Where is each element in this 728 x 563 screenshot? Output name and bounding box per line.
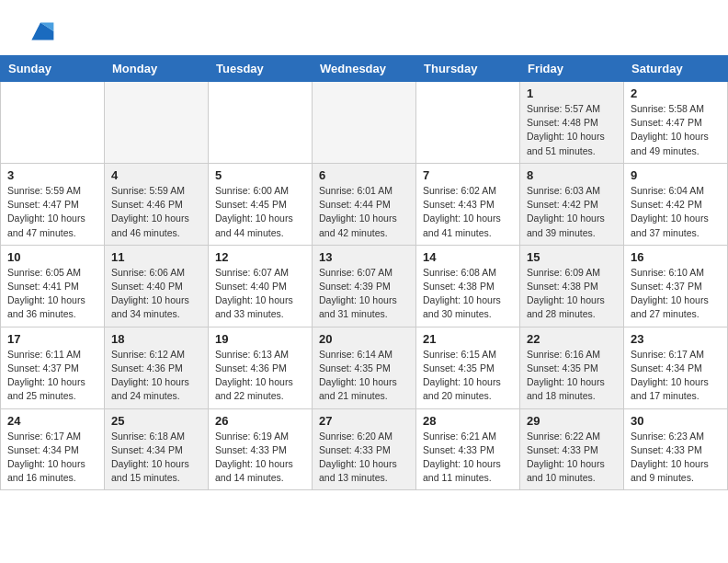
- day-info: Sunrise: 5:57 AM Sunset: 4:48 PM Dayligh…: [527, 102, 617, 158]
- day-number: 14: [423, 250, 513, 264]
- day-number: 5: [215, 168, 305, 182]
- day-number: 30: [631, 414, 721, 428]
- calendar-cell: 10Sunrise: 6:05 AM Sunset: 4:41 PM Dayli…: [1, 245, 105, 327]
- calendar-cell: 19Sunrise: 6:13 AM Sunset: 4:36 PM Dayli…: [209, 327, 313, 408]
- week-row-3: 10Sunrise: 6:05 AM Sunset: 4:41 PM Dayli…: [1, 245, 728, 327]
- day-info: Sunrise: 6:00 AM Sunset: 4:45 PM Dayligh…: [215, 184, 305, 240]
- calendar-cell: 24Sunrise: 6:17 AM Sunset: 4:34 PM Dayli…: [1, 408, 105, 490]
- day-info: Sunrise: 5:58 AM Sunset: 4:47 PM Dayligh…: [631, 102, 721, 158]
- calendar-cell: 12Sunrise: 6:07 AM Sunset: 4:40 PM Dayli…: [209, 245, 313, 327]
- day-number: 3: [7, 168, 97, 182]
- day-number: 19: [215, 332, 305, 346]
- calendar-cell: 20Sunrise: 6:14 AM Sunset: 4:35 PM Dayli…: [313, 327, 416, 408]
- calendar-cell: [416, 82, 520, 164]
- day-number: 20: [319, 332, 409, 346]
- day-info: Sunrise: 6:08 AM Sunset: 4:38 PM Dayligh…: [423, 266, 513, 322]
- day-number: 7: [423, 168, 513, 182]
- day-number: 2: [631, 86, 721, 100]
- week-row-1: 1Sunrise: 5:57 AM Sunset: 4:48 PM Daylig…: [1, 82, 728, 164]
- day-number: 6: [319, 168, 409, 182]
- header: [0, 0, 728, 55]
- day-number: 8: [527, 168, 617, 182]
- day-info: Sunrise: 6:05 AM Sunset: 4:41 PM Dayligh…: [7, 266, 97, 322]
- day-number: 27: [319, 414, 409, 428]
- calendar-cell: 15Sunrise: 6:09 AM Sunset: 4:38 PM Dayli…: [520, 245, 624, 327]
- calendar-cell: 30Sunrise: 6:23 AM Sunset: 4:33 PM Dayli…: [624, 408, 728, 490]
- day-info: Sunrise: 5:59 AM Sunset: 4:47 PM Dayligh…: [7, 184, 97, 240]
- weekday-header-saturday: Saturday: [624, 56, 728, 82]
- calendar-cell: 4Sunrise: 5:59 AM Sunset: 4:46 PM Daylig…: [105, 163, 209, 245]
- day-info: Sunrise: 6:15 AM Sunset: 4:35 PM Dayligh…: [423, 348, 513, 404]
- calendar-cell: 16Sunrise: 6:10 AM Sunset: 4:37 PM Dayli…: [624, 245, 728, 327]
- day-number: 12: [215, 250, 305, 264]
- weekday-header-tuesday: Tuesday: [209, 56, 313, 82]
- calendar-cell: 22Sunrise: 6:16 AM Sunset: 4:35 PM Dayli…: [520, 327, 624, 408]
- weekday-header-thursday: Thursday: [416, 56, 520, 82]
- day-info: Sunrise: 6:20 AM Sunset: 4:33 PM Dayligh…: [319, 430, 409, 486]
- calendar-cell: [209, 82, 313, 164]
- calendar-cell: 26Sunrise: 6:19 AM Sunset: 4:33 PM Dayli…: [209, 408, 313, 490]
- day-number: 11: [111, 250, 201, 264]
- weekday-header-monday: Monday: [105, 56, 209, 82]
- day-info: Sunrise: 5:59 AM Sunset: 4:46 PM Dayligh…: [111, 184, 201, 240]
- day-info: Sunrise: 6:16 AM Sunset: 4:35 PM Dayligh…: [527, 348, 617, 404]
- day-number: 29: [527, 414, 617, 428]
- day-number: 25: [111, 414, 201, 428]
- calendar-cell: 11Sunrise: 6:06 AM Sunset: 4:40 PM Dayli…: [105, 245, 209, 327]
- calendar-cell: 3Sunrise: 5:59 AM Sunset: 4:47 PM Daylig…: [1, 163, 105, 245]
- day-info: Sunrise: 6:06 AM Sunset: 4:40 PM Dayligh…: [111, 266, 201, 322]
- day-number: 4: [111, 168, 201, 182]
- day-number: 10: [7, 250, 97, 264]
- calendar-cell: 29Sunrise: 6:22 AM Sunset: 4:33 PM Dayli…: [520, 408, 624, 490]
- calendar-cell: 21Sunrise: 6:15 AM Sunset: 4:35 PM Dayli…: [416, 327, 520, 408]
- day-info: Sunrise: 6:04 AM Sunset: 4:42 PM Dayligh…: [631, 184, 721, 240]
- calendar-cell: 23Sunrise: 6:17 AM Sunset: 4:34 PM Dayli…: [624, 327, 728, 408]
- day-info: Sunrise: 6:18 AM Sunset: 4:34 PM Dayligh…: [111, 430, 201, 486]
- logo: [22, 17, 55, 46]
- day-info: Sunrise: 6:02 AM Sunset: 4:43 PM Dayligh…: [423, 184, 513, 240]
- weekday-header-wednesday: Wednesday: [313, 56, 416, 82]
- day-info: Sunrise: 6:22 AM Sunset: 4:33 PM Dayligh…: [527, 430, 617, 486]
- calendar-cell: 14Sunrise: 6:08 AM Sunset: 4:38 PM Dayli…: [416, 245, 520, 327]
- day-info: Sunrise: 6:21 AM Sunset: 4:33 PM Dayligh…: [423, 430, 513, 486]
- weekday-header-sunday: Sunday: [1, 56, 105, 82]
- day-number: 1: [527, 86, 617, 100]
- day-info: Sunrise: 6:07 AM Sunset: 4:40 PM Dayligh…: [215, 266, 305, 322]
- day-info: Sunrise: 6:19 AM Sunset: 4:33 PM Dayligh…: [215, 430, 305, 486]
- calendar-cell: 2Sunrise: 5:58 AM Sunset: 4:47 PM Daylig…: [624, 82, 728, 164]
- day-info: Sunrise: 6:01 AM Sunset: 4:44 PM Dayligh…: [319, 184, 409, 240]
- day-number: 17: [7, 332, 97, 346]
- day-info: Sunrise: 6:12 AM Sunset: 4:36 PM Dayligh…: [111, 348, 201, 404]
- day-number: 15: [527, 250, 617, 264]
- day-info: Sunrise: 6:10 AM Sunset: 4:37 PM Dayligh…: [631, 266, 721, 322]
- day-info: Sunrise: 6:11 AM Sunset: 4:37 PM Dayligh…: [7, 348, 97, 404]
- day-number: 26: [215, 414, 305, 428]
- week-row-2: 3Sunrise: 5:59 AM Sunset: 4:47 PM Daylig…: [1, 163, 728, 245]
- day-number: 23: [631, 332, 721, 346]
- day-number: 22: [527, 332, 617, 346]
- calendar-cell: 27Sunrise: 6:20 AM Sunset: 4:33 PM Dayli…: [313, 408, 416, 490]
- day-number: 18: [111, 332, 201, 346]
- day-info: Sunrise: 6:23 AM Sunset: 4:33 PM Dayligh…: [631, 430, 721, 486]
- day-number: 9: [631, 168, 721, 182]
- calendar-cell: [1, 82, 105, 164]
- week-row-5: 24Sunrise: 6:17 AM Sunset: 4:34 PM Dayli…: [1, 408, 728, 490]
- week-row-4: 17Sunrise: 6:11 AM Sunset: 4:37 PM Dayli…: [1, 327, 728, 408]
- calendar-cell: 7Sunrise: 6:02 AM Sunset: 4:43 PM Daylig…: [416, 163, 520, 245]
- calendar-table: SundayMondayTuesdayWednesdayThursdayFrid…: [0, 55, 728, 490]
- day-info: Sunrise: 6:07 AM Sunset: 4:39 PM Dayligh…: [319, 266, 409, 322]
- calendar-cell: [313, 82, 416, 164]
- calendar-cell: 18Sunrise: 6:12 AM Sunset: 4:36 PM Dayli…: [105, 327, 209, 408]
- calendar-cell: 25Sunrise: 6:18 AM Sunset: 4:34 PM Dayli…: [105, 408, 209, 490]
- calendar-cell: 9Sunrise: 6:04 AM Sunset: 4:42 PM Daylig…: [624, 163, 728, 245]
- calendar-cell: 13Sunrise: 6:07 AM Sunset: 4:39 PM Dayli…: [313, 245, 416, 327]
- day-number: 24: [7, 414, 97, 428]
- weekday-header-friday: Friday: [520, 56, 624, 82]
- calendar-cell: [105, 82, 209, 164]
- day-info: Sunrise: 6:09 AM Sunset: 4:38 PM Dayligh…: [527, 266, 617, 322]
- day-info: Sunrise: 6:03 AM Sunset: 4:42 PM Dayligh…: [527, 184, 617, 240]
- calendar-cell: 8Sunrise: 6:03 AM Sunset: 4:42 PM Daylig…: [520, 163, 624, 245]
- weekday-header-row: SundayMondayTuesdayWednesdayThursdayFrid…: [1, 56, 728, 82]
- day-number: 13: [319, 250, 409, 264]
- calendar-cell: 17Sunrise: 6:11 AM Sunset: 4:37 PM Dayli…: [1, 327, 105, 408]
